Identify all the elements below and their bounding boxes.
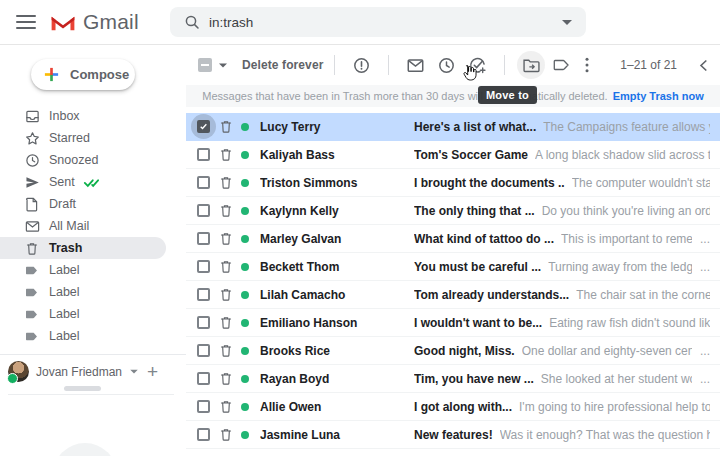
row-trash-button[interactable] (219, 119, 233, 134)
sender-label: Triston Simmons (260, 176, 414, 190)
row-checkbox[interactable] (197, 260, 210, 273)
sidebar-item-all-mail[interactable]: All Mail (0, 215, 186, 237)
newer-page-button[interactable] (699, 59, 708, 72)
mark-unread-button[interactable] (407, 58, 424, 73)
row-checkbox[interactable] (197, 372, 210, 385)
row-trash-button[interactable] (219, 343, 233, 358)
row-trash-button[interactable] (219, 399, 233, 414)
email-list: Lucy TerryHere's a list of what...The Ca… (186, 113, 720, 456)
sidebar-item-label[interactable]: Label (0, 281, 186, 303)
search-options-caret-icon[interactable] (562, 20, 572, 25)
email-row[interactable]: Rayan BoydTim, you have new ...She looke… (186, 365, 720, 393)
search-bar[interactable]: in:trash (170, 7, 586, 37)
drag-handle[interactable] (64, 386, 101, 391)
profile-name: Jovan Friedman (36, 365, 122, 379)
presence-dot (241, 375, 249, 383)
email-row[interactable]: Jasmine LunaNew features!Was it enough? … (186, 421, 720, 449)
row-trash-button[interactable] (219, 231, 233, 246)
email-row[interactable]: Triston SimmonsI brought the documents .… (186, 169, 720, 197)
row-checkbox[interactable] (197, 344, 210, 357)
row-trash-button[interactable] (219, 427, 233, 442)
sidebar-item-label[interactable]: Label (0, 259, 186, 281)
subject-label: I got along with... (414, 400, 512, 414)
snippet-text: The computer wouldn't start. She banged … (572, 176, 710, 190)
sidebar-item-label[interactable]: Label (0, 325, 186, 347)
row-trash-button[interactable] (219, 287, 233, 302)
add-to-tasks-button[interactable] (469, 57, 486, 74)
row-checkbox[interactable] (197, 316, 210, 329)
sidebar-item-trash[interactable]: Trash (0, 237, 166, 259)
snippet-text: The chair sat in the corner where it had… (576, 288, 710, 302)
row-checkbox[interactable] (197, 176, 210, 189)
row-trash-button[interactable] (219, 315, 233, 330)
sender-label: Lilah Camacho (260, 288, 414, 302)
email-row[interactable]: Kaliyah BassTom's Soccer GameA long blac… (186, 141, 720, 169)
row-trash-button[interactable] (219, 203, 233, 218)
sidebar-item-sent[interactable]: Sent (0, 171, 186, 193)
chevron-left-icon (699, 59, 708, 72)
sender-label: Jasmine Luna (260, 428, 414, 442)
sidebar-item-inbox[interactable]: Inbox (0, 105, 186, 127)
row-checkbox[interactable] (197, 148, 210, 161)
row-trash-button[interactable] (219, 147, 233, 162)
empty-trash-link[interactable]: Empty Trash now (613, 90, 704, 102)
sender-label: Allie Owen (260, 400, 414, 414)
more-options-icon (585, 57, 589, 73)
delete-forever-button[interactable]: Delete forever (242, 58, 323, 72)
search-input[interactable]: in:trash (209, 15, 562, 30)
sidebar-item-draft[interactable]: Draft (0, 193, 186, 215)
row-checkbox[interactable] (197, 288, 210, 301)
snippet-text: Turning away from the ledge, he started … (548, 260, 692, 274)
snippet-ellipsis: ... (692, 260, 710, 274)
profile-divider (8, 394, 174, 395)
email-row[interactable]: Lilah CamachoTom already understands...T… (186, 281, 720, 309)
label-button[interactable] (553, 58, 571, 72)
search-icon (184, 14, 200, 30)
snippet-text: Was it enough? That was the question he … (500, 428, 710, 442)
row-checkbox[interactable] (197, 400, 210, 413)
row-trash-button[interactable] (219, 371, 233, 386)
select-all-checkbox[interactable] (198, 58, 228, 72)
email-row[interactable]: Brooks RiceGood night, Miss.One dollar a… (186, 337, 720, 365)
subject-label: You must be careful ... (414, 260, 541, 274)
sender-label: Marley Galvan (260, 232, 414, 246)
email-row[interactable]: Beckett ThomYou must be careful ...Turni… (186, 253, 720, 281)
pagination-label: 1–21 of 21 (620, 58, 677, 72)
row-trash-button[interactable] (219, 259, 233, 274)
label-icon (25, 262, 41, 278)
compose-button[interactable]: Compose (31, 59, 135, 90)
move-to-button[interactable] (517, 51, 545, 79)
subject-label: Good night, Miss. (414, 344, 515, 358)
email-row[interactable]: Emiliano HansonI wouldn't want to be...E… (186, 309, 720, 337)
row-checkbox[interactable] (197, 428, 210, 441)
email-row[interactable]: Marley GalvanWhat kind of tattoo do ...T… (186, 225, 720, 253)
email-row[interactable]: Lucy TerryHere's a list of what...The Ca… (186, 113, 720, 141)
email-row[interactable]: Aurora FigueroaCall For Research Studies… (186, 449, 720, 456)
row-checkbox[interactable] (197, 204, 210, 217)
report-spam-button[interactable] (353, 57, 370, 74)
more-options-button[interactable] (585, 57, 589, 73)
sidebar-item-snoozed[interactable]: Snoozed (0, 149, 186, 171)
snooze-button[interactable] (438, 57, 455, 74)
hangouts-watermark-icon (53, 443, 117, 456)
row-checkbox[interactable] (197, 232, 210, 245)
email-row[interactable]: Allie OwenI got along with...I'm going t… (186, 393, 720, 421)
email-row[interactable]: Kaylynn KellyThe only thing that ...Do y… (186, 197, 720, 225)
sidebar-item-label: Sent (49, 175, 75, 189)
sidebar-item-starred[interactable]: Starred (0, 127, 186, 149)
avatar (8, 361, 29, 382)
select-dropdown-caret-icon[interactable] (219, 63, 227, 67)
profile-row[interactable]: Jovan Friedman + (0, 355, 186, 388)
subject-label: New features! (414, 428, 493, 442)
sidebar-item-label: Label (49, 307, 80, 321)
presence-dot (241, 235, 249, 243)
sender-label: Kaylynn Kelly (260, 204, 414, 218)
profile-caret-icon[interactable] (130, 370, 138, 374)
row-checkbox[interactable] (197, 120, 210, 133)
add-account-button[interactable]: + (147, 362, 158, 381)
sidebar-item-label[interactable]: Label (0, 303, 186, 325)
row-trash-button[interactable] (219, 175, 233, 190)
compose-label: Compose (70, 67, 129, 82)
hamburger-menu-icon[interactable] (16, 15, 36, 29)
gmail-logo[interactable]: Gmail (50, 10, 139, 34)
